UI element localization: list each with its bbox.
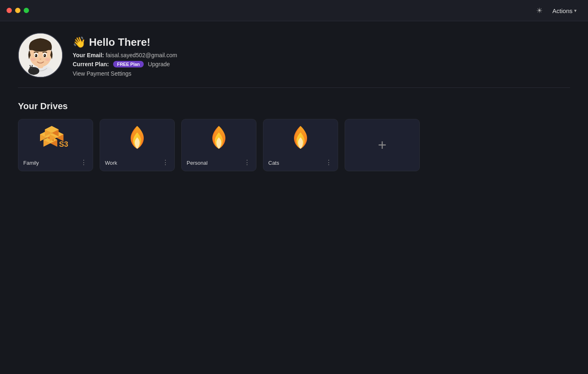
svg-text:S3: S3 — [59, 140, 68, 148]
drive-name-work: Work — [105, 160, 117, 166]
plus-icon: + — [378, 138, 386, 152]
add-drive-button[interactable]: + — [345, 119, 420, 171]
drive-icon-work — [100, 119, 174, 159]
close-button[interactable] — [7, 8, 12, 13]
svg-point-11 — [31, 58, 36, 61]
minimize-button[interactable] — [15, 8, 20, 13]
avatar — [18, 33, 63, 78]
profile-section: 👋 Hello There! Your Email: faisal.sayed5… — [18, 33, 570, 88]
drive-menu-personal[interactable]: ⋮ — [242, 159, 252, 167]
svg-point-9 — [35, 55, 36, 56]
drive-card-personal[interactable]: Personal ⋮ — [181, 119, 256, 171]
drive-card-work[interactable]: Work ⋮ — [100, 119, 175, 171]
drive-card-cats[interactable]: Cats ⋮ — [263, 119, 338, 171]
drive-icon-cats — [263, 119, 338, 159]
greeting-emoji: 👋 — [73, 36, 86, 49]
drive-icon-family: S3 — [18, 119, 93, 159]
greeting-title: 👋 Hello There! — [73, 36, 177, 49]
plan-label: Current Plan: — [73, 61, 109, 67]
upgrade-link[interactable]: Upgrade — [148, 61, 170, 67]
drive-footer-family: Family ⋮ — [18, 159, 93, 171]
drive-card-family[interactable]: S3 Family ⋮ — [18, 119, 93, 171]
profile-info: 👋 Hello There! Your Email: faisal.sayed5… — [73, 33, 177, 77]
drives-section: Your Drives — [18, 101, 570, 171]
actions-button[interactable]: Actions ▾ — [549, 5, 580, 16]
email-label: Your Email: — [73, 52, 104, 58]
email-row: Your Email: faisal.sayed502@gmail.com — [73, 52, 177, 58]
drive-footer-personal: Personal ⋮ — [182, 159, 256, 171]
drive-menu-work[interactable]: ⋮ — [160, 159, 170, 167]
greeting-text: Hello There! — [89, 36, 150, 49]
chevron-down-icon: ▾ — [574, 8, 577, 13]
drive-footer-cats: Cats ⋮ — [263, 159, 338, 171]
titlebar-right: ☀ Actions ▾ — [536, 5, 580, 16]
traffic-lights — [7, 8, 29, 13]
drives-grid: S3 Family ⋮ — [18, 119, 570, 171]
svg-point-15 — [30, 67, 32, 69]
drive-menu-family[interactable]: ⋮ — [79, 159, 89, 167]
drive-footer-work: Work ⋮ — [100, 159, 174, 171]
drive-icon-personal — [182, 119, 256, 159]
drive-name-personal: Personal — [187, 160, 207, 166]
actions-label: Actions — [552, 7, 572, 14]
email-value: faisal.sayed502@gmail.com — [106, 52, 177, 58]
view-payment-settings-link[interactable]: View Payment Settings — [73, 70, 131, 77]
main-content: 👋 Hello There! Your Email: faisal.sayed5… — [0, 21, 588, 183]
drive-name-family: Family — [23, 160, 39, 166]
drive-name-cats: Cats — [268, 160, 279, 166]
free-plan-badge: FREE Plan — [113, 61, 144, 67]
drive-menu-cats[interactable]: ⋮ — [324, 159, 334, 167]
maximize-button[interactable] — [24, 8, 29, 13]
svg-point-10 — [44, 55, 45, 56]
titlebar: ☀ Actions ▾ — [0, 0, 588, 21]
svg-point-8 — [44, 54, 46, 57]
plan-row: Current Plan: FREE Plan Upgrade — [73, 61, 177, 67]
theme-toggle-icon[interactable]: ☀ — [536, 6, 543, 15]
svg-point-7 — [35, 54, 38, 57]
drives-title: Your Drives — [18, 101, 570, 112]
svg-point-12 — [45, 58, 50, 61]
